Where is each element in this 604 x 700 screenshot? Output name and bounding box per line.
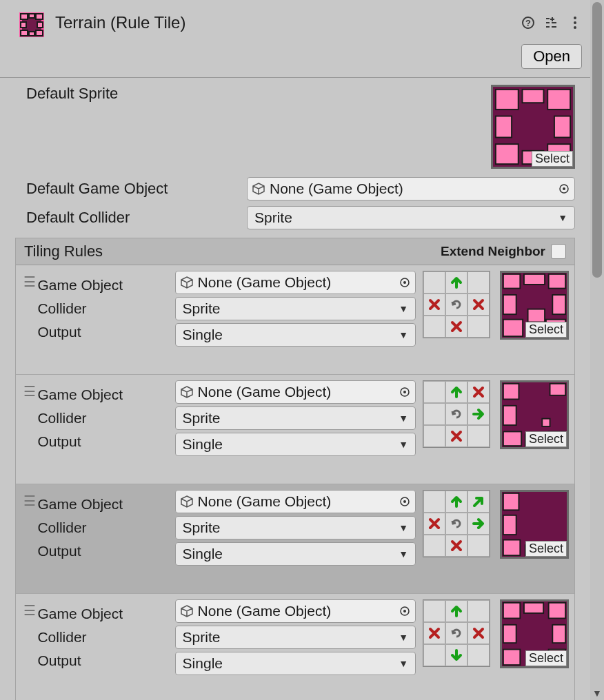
rule-collider-dropdown[interactable]: Sprite ▼ bbox=[175, 626, 416, 649]
rule-output-label: Output bbox=[37, 430, 172, 453]
rule-sprite-preview[interactable]: Select bbox=[500, 271, 569, 340]
neighbor-cell[interactable] bbox=[423, 271, 445, 294]
neighbor-grid[interactable] bbox=[423, 599, 490, 667]
neighbor-cell[interactable] bbox=[467, 294, 490, 316]
drag-handle-icon[interactable]: ☰ bbox=[21, 380, 37, 400]
rule-row[interactable]: ☰ Game Object Collider Output None (Game… bbox=[16, 484, 574, 594]
neighbor-cell[interactable] bbox=[445, 513, 467, 535]
svg-point-55 bbox=[403, 500, 406, 503]
svg-rect-17 bbox=[552, 22, 556, 23]
svg-rect-50 bbox=[503, 431, 521, 446]
neighbor-cell[interactable] bbox=[445, 491, 467, 513]
neighbor-cell[interactable] bbox=[423, 535, 445, 557]
drag-handle-icon[interactable]: ☰ bbox=[21, 599, 37, 619]
rule-row[interactable]: ☰ Game Object Collider Output None (Game… bbox=[16, 594, 574, 700]
svg-rect-66 bbox=[524, 603, 543, 613]
neighbor-grid[interactable] bbox=[423, 271, 490, 338]
rule-output-dropdown[interactable]: Single ▼ bbox=[175, 542, 416, 566]
rule-sprite-preview[interactable]: Select bbox=[500, 490, 569, 559]
select-badge[interactable]: Select bbox=[525, 541, 567, 557]
neighbor-cell[interactable] bbox=[423, 622, 445, 644]
neighbor-cell[interactable] bbox=[467, 271, 490, 294]
neighbor-cell[interactable] bbox=[423, 425, 445, 447]
object-picker-icon[interactable] bbox=[399, 495, 411, 508]
select-badge[interactable]: Select bbox=[525, 322, 567, 338]
neighbor-cell[interactable] bbox=[445, 535, 467, 557]
default-sprite-preview[interactable]: Select bbox=[491, 85, 575, 169]
neighbor-cell[interactable] bbox=[445, 271, 467, 294]
object-picker-icon[interactable] bbox=[399, 276, 411, 289]
neighbor-cell[interactable] bbox=[445, 403, 467, 425]
rule-sprite-preview[interactable]: Select bbox=[500, 599, 569, 668]
select-badge[interactable]: Select bbox=[525, 431, 567, 447]
cube-icon bbox=[180, 385, 194, 399]
neighbor-cell[interactable] bbox=[423, 644, 445, 666]
rule-row[interactable]: ☰ Game Object Collider Output None (Game… bbox=[16, 265, 574, 375]
extend-neighbor-label: Extend Neighbor bbox=[441, 244, 545, 259]
scroll-down-icon[interactable]: ▼ bbox=[590, 686, 604, 700]
rule-output-dropdown[interactable]: Single ▼ bbox=[175, 323, 416, 347]
presets-icon[interactable] bbox=[545, 16, 558, 30]
default-game-object-field[interactable]: None (Game Object) bbox=[247, 177, 575, 200]
neighbor-cell[interactable] bbox=[445, 381, 467, 403]
neighbor-cell[interactable] bbox=[423, 600, 445, 622]
rule-collider-label: Collider bbox=[37, 516, 172, 539]
neighbor-cell[interactable] bbox=[467, 644, 490, 666]
neighbor-cell[interactable] bbox=[467, 491, 490, 513]
neighbor-cell[interactable] bbox=[423, 294, 445, 316]
rule-collider-dropdown[interactable]: Sprite ▼ bbox=[175, 297, 416, 320]
object-picker-icon[interactable] bbox=[399, 605, 411, 617]
rule-collider-dropdown[interactable]: Sprite ▼ bbox=[175, 516, 416, 539]
rule-game-object-field[interactable]: None (Game Object) bbox=[175, 599, 416, 623]
svg-rect-7 bbox=[21, 30, 28, 36]
extend-neighbor-checkbox[interactable] bbox=[551, 244, 566, 259]
rule-collider-label: Collider bbox=[37, 626, 172, 649]
neighbor-cell[interactable] bbox=[423, 381, 445, 403]
neighbor-cell[interactable] bbox=[467, 622, 490, 644]
rule-sprite-preview[interactable]: Select bbox=[500, 380, 569, 449]
neighbor-cell[interactable] bbox=[445, 600, 467, 622]
neighbor-cell[interactable] bbox=[467, 425, 490, 447]
neighbor-cell[interactable] bbox=[467, 600, 490, 622]
neighbor-cell[interactable] bbox=[445, 294, 467, 316]
object-picker-icon[interactable] bbox=[558, 183, 570, 195]
neighbor-cell[interactable] bbox=[423, 491, 445, 513]
neighbor-cell[interactable] bbox=[445, 644, 467, 666]
neighbor-cell[interactable] bbox=[423, 403, 445, 425]
neighbor-grid[interactable] bbox=[423, 380, 490, 448]
chevron-down-icon: ▼ bbox=[399, 548, 408, 559]
rule-output-dropdown[interactable]: Single ▼ bbox=[175, 652, 416, 675]
drag-handle-icon[interactable]: ☰ bbox=[21, 490, 37, 509]
object-value: None (Game Object) bbox=[198, 603, 399, 619]
default-collider-dropdown[interactable]: Sprite ▼ bbox=[247, 206, 575, 229]
rule-game-object-field[interactable]: None (Game Object) bbox=[175, 490, 416, 513]
select-badge[interactable]: Select bbox=[532, 151, 573, 167]
help-icon[interactable]: ? bbox=[521, 16, 535, 30]
neighbor-cell[interactable] bbox=[445, 316, 467, 338]
neighbor-cell[interactable] bbox=[423, 316, 445, 338]
neighbor-cell[interactable] bbox=[445, 622, 467, 644]
scrollbar[interactable]: ▲ ▼ bbox=[590, 0, 604, 700]
scrollbar-thumb[interactable] bbox=[592, 2, 602, 278]
neighbor-cell[interactable] bbox=[423, 513, 445, 535]
neighbor-cell[interactable] bbox=[467, 381, 490, 403]
select-badge[interactable]: Select bbox=[525, 650, 567, 666]
kebab-menu-icon[interactable] bbox=[568, 16, 582, 30]
neighbor-cell[interactable] bbox=[467, 513, 490, 535]
drag-handle-icon[interactable]: ☰ bbox=[21, 271, 37, 290]
neighbor-cell[interactable] bbox=[467, 316, 490, 338]
cube-icon bbox=[180, 604, 194, 618]
neighbor-grid[interactable] bbox=[423, 490, 490, 557]
neighbor-cell[interactable] bbox=[445, 425, 467, 447]
object-value: None (Game Object) bbox=[198, 384, 399, 400]
open-button[interactable]: Open bbox=[521, 44, 582, 69]
chevron-down-icon: ▼ bbox=[399, 303, 408, 314]
rule-collider-dropdown[interactable]: Sprite ▼ bbox=[175, 406, 416, 430]
rule-game-object-field[interactable]: None (Game Object) bbox=[175, 380, 416, 404]
neighbor-cell[interactable] bbox=[467, 403, 490, 425]
object-picker-icon[interactable] bbox=[399, 386, 411, 398]
rule-output-dropdown[interactable]: Single ▼ bbox=[175, 433, 416, 456]
rule-game-object-field[interactable]: None (Game Object) bbox=[175, 271, 416, 294]
rule-row[interactable]: ☰ Game Object Collider Output None (Game… bbox=[16, 375, 574, 484]
neighbor-cell[interactable] bbox=[467, 535, 490, 557]
